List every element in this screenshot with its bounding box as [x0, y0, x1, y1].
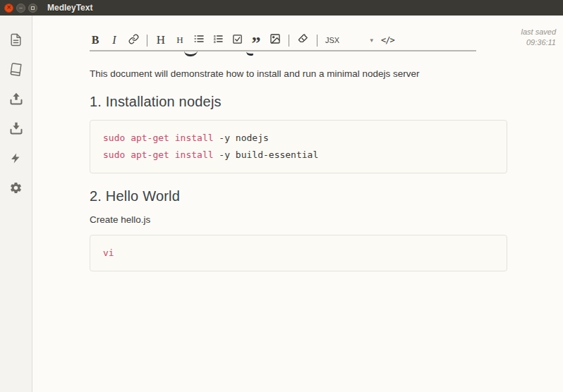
code-block-install[interactable]: sudo apt-get install -y nodejssudo apt-g…	[90, 120, 507, 173]
clipped-heading-descender	[246, 51, 253, 56]
toolbar-divider	[317, 35, 317, 47]
book-icon	[9, 63, 23, 76]
lightning-icon	[10, 152, 22, 164]
sidebar-item-upload[interactable]	[9, 92, 23, 106]
last-saved-time: 09:36:11	[521, 37, 556, 48]
editor-content[interactable]: This document will demonstrate how to in…	[90, 51, 507, 271]
intro-paragraph: This document will demonstrate how to in…	[90, 68, 507, 79]
document-icon	[9, 33, 23, 47]
section-2-heading: 2. Hello World	[90, 188, 507, 204]
section-1-heading: 1. Installation nodejs	[90, 94, 507, 110]
image-button[interactable]	[270, 32, 281, 48]
code-block-vi[interactable]: vi	[90, 235, 507, 271]
checklist-button[interactable]	[231, 32, 243, 48]
chevron-down-icon: ▾	[370, 37, 373, 44]
code-block-button[interactable]: </>	[381, 32, 394, 48]
window-close-button[interactable]: ✕	[4, 4, 13, 13]
code-text: -y build-essential	[214, 149, 319, 160]
sidebar-item-settings[interactable]	[9, 180, 23, 195]
code-keyword: vi	[103, 247, 114, 258]
sidebar-item-download[interactable]	[9, 121, 23, 135]
window-minimize-button[interactable]: –	[16, 4, 25, 13]
italic-button[interactable]: I	[109, 32, 120, 48]
code-line: sudo apt-get install -y nodejs	[103, 130, 494, 147]
heading-small-button[interactable]: H	[174, 32, 186, 48]
toolbar-divider	[147, 35, 147, 47]
clipped-heading-descenders	[90, 51, 507, 58]
window-title: MedleyText	[47, 3, 92, 13]
window-maximize-button[interactable]	[28, 4, 37, 13]
numbered-list-icon	[212, 33, 224, 47]
last-saved-status: last saved 09:36:11	[521, 27, 556, 49]
clipped-heading-descender	[184, 51, 198, 56]
syntax-language-select[interactable]: JSX ▾	[325, 36, 373, 44]
clear-format-button[interactable]	[297, 32, 309, 48]
code-keyword: sudo apt-get install	[103, 133, 214, 143]
sidebar	[0, 16, 32, 392]
eraser-icon	[297, 33, 309, 48]
create-hello-paragraph: Create hello.js	[90, 214, 507, 225]
bullet-list-button[interactable]	[193, 32, 205, 48]
gear-icon	[9, 181, 23, 195]
sidebar-item-notes[interactable]	[9, 32, 23, 47]
download-icon	[9, 121, 23, 135]
code-keyword: sudo apt-get install	[103, 149, 214, 160]
sidebar-item-shortcuts[interactable]	[9, 151, 23, 165]
link-button[interactable]	[128, 32, 139, 48]
code-line: sudo apt-get install -y build-essential	[103, 147, 494, 164]
checkbox-icon	[232, 34, 243, 47]
format-toolbar: B I H H	[90, 32, 394, 49]
blockquote-button[interactable]: ”	[250, 32, 262, 48]
upload-icon	[9, 92, 23, 106]
bullet-list-icon	[193, 33, 205, 47]
link-icon	[128, 34, 139, 47]
toolbar-divider	[289, 35, 289, 47]
numbered-list-button[interactable]	[212, 32, 224, 48]
bold-button[interactable]: B	[90, 32, 101, 48]
titlebar: ✕ – MedleyText	[0, 0, 563, 16]
sidebar-item-notebooks[interactable]	[9, 62, 23, 76]
last-saved-label: last saved	[521, 27, 556, 37]
code-line: vi	[103, 245, 494, 262]
code-text: -y nodejs	[214, 133, 269, 143]
image-icon	[270, 33, 281, 47]
syntax-language-value: JSX	[325, 36, 339, 44]
editor-main: B I H H	[32, 16, 563, 392]
heading-large-button[interactable]: H	[155, 32, 167, 48]
app-body: B I H H	[0, 16, 563, 392]
